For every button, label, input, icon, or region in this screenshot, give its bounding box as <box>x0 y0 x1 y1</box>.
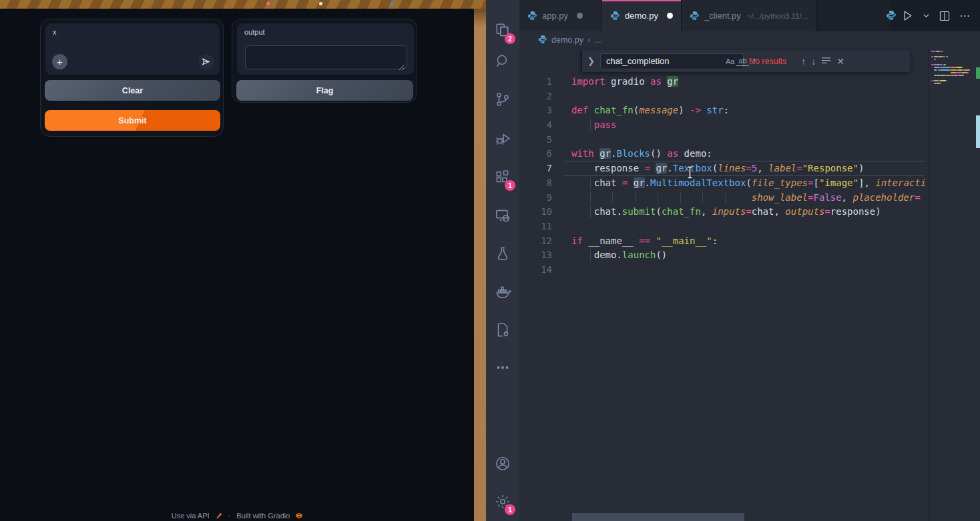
code-token: gradio <box>605 76 650 87</box>
run-dropdown-chevron-icon[interactable] <box>923 12 930 19</box>
code-token: chat, <box>752 206 786 217</box>
built-with-gradio-link[interactable]: Built with Gradio <box>236 512 290 520</box>
activity-bar: 211 <box>486 0 519 521</box>
editor-column: app.pydemo.py_client.py~/.../python3.11/… <box>519 0 980 521</box>
more-actions-button[interactable]: ⋯ <box>959 9 971 22</box>
breadcrumb-more[interactable]: ... <box>594 35 601 45</box>
code-token: False <box>813 192 841 203</box>
strip-speck <box>266 2 270 5</box>
line-number: 13 <box>519 248 552 263</box>
activity-file-settings-icon[interactable] <box>486 314 519 346</box>
toggle-replace-chevron-icon[interactable]: ❯ <box>587 56 595 66</box>
activity-settings-icon[interactable]: 1 <box>486 486 519 518</box>
line-content: response = gr.Textbox(lines=5, label="Re… <box>571 161 927 176</box>
attach-file-button[interactable]: + <box>52 54 67 69</box>
code-line[interactable]: 6with gr.Blocks() as demo: <box>519 147 927 161</box>
minimap-line <box>931 51 976 53</box>
python-icon <box>527 11 537 21</box>
send-button[interactable] <box>198 54 214 69</box>
plus-icon: + <box>57 57 63 67</box>
breadcrumb[interactable]: demo.py › ... <box>519 31 980 49</box>
match-case-toggle[interactable]: Aa <box>724 57 736 66</box>
submit-button[interactable]: Submit <box>45 110 220 131</box>
code-line[interactable]: 9 show_label=False, placeholder= <box>519 191 927 205</box>
clear-button[interactable]: Clear <box>45 80 220 101</box>
activity-search-icon[interactable] <box>486 45 519 77</box>
code-token: chat_fn <box>662 206 701 217</box>
code-line[interactable]: 12if __name__ == "__main__": <box>519 234 927 249</box>
find-next-button[interactable]: ↓ <box>811 56 816 67</box>
modified-dot-icon[interactable] <box>667 13 673 19</box>
python-icon <box>690 11 700 21</box>
code-line[interactable]: 2 <box>519 89 927 104</box>
code-token: = <box>915 192 920 203</box>
breadcrumb-file[interactable]: demo.py <box>551 35 583 45</box>
use-via-api-link[interactable]: Use via API <box>172 512 210 520</box>
code-token: gr <box>667 76 678 87</box>
activity-run-debug-icon[interactable] <box>486 122 519 154</box>
code-line[interactable]: 10 chat.submit(chat_fn, inputs=chat, out… <box>519 205 927 219</box>
code-line[interactable]: 13 demo.launch() <box>519 248 927 263</box>
code-token: ( <box>634 105 639 115</box>
whole-word-toggle[interactable]: ab <box>736 56 748 66</box>
code-token: lines <box>718 163 746 173</box>
minimap-line <box>931 75 976 77</box>
output-textarea[interactable] <box>245 45 407 69</box>
minimap-line <box>931 59 976 61</box>
find-previous-button[interactable]: ↑ <box>801 56 806 67</box>
close-find-button[interactable]: ✕ <box>836 56 844 67</box>
find-in-selection-button[interactable] <box>821 57 831 65</box>
activity-test-beaker-icon[interactable] <box>486 237 519 270</box>
code-editor[interactable]: 1import gradio as gr23def chat_fn(messag… <box>519 49 927 521</box>
code-token: message <box>639 105 678 115</box>
tab-_client.py[interactable]: _client.py~/.../python3.11/... <box>682 0 816 31</box>
split-editor-button[interactable] <box>939 11 950 21</box>
minimap-line <box>931 69 976 71</box>
code-token: outputs <box>785 206 824 217</box>
tab-demo.py[interactable]: demo.py <box>602 0 682 31</box>
run-python-file-button[interactable] <box>902 10 913 21</box>
modified-dot-icon[interactable] <box>577 13 583 19</box>
output-label: output <box>244 28 265 36</box>
line-number: 3 <box>519 103 552 118</box>
activity-docker-icon[interactable] <box>486 276 519 308</box>
code-token <box>588 105 593 115</box>
code-token: ], <box>859 177 875 188</box>
code-line-current[interactable]: 7 response = gr.Textbox(lines=5, label="… <box>519 161 927 176</box>
activity-more-icon[interactable] <box>486 352 519 384</box>
line-number: 8 <box>519 176 552 191</box>
code-line[interactable]: 4 pass <box>519 118 927 133</box>
code-line[interactable]: 1import gradio as gr <box>519 75 927 89</box>
browser-top-strip <box>0 0 486 9</box>
code-line[interactable]: 3def chat_fn(message) -> str: <box>519 103 927 118</box>
line-number: 4 <box>519 118 552 133</box>
code-token: chat <box>571 177 622 188</box>
strip-speck <box>319 2 322 5</box>
minimap[interactable] <box>928 49 976 521</box>
resize-handle-icon[interactable] <box>399 65 405 70</box>
line-content: chat = gr.MultimodalTextbox(file_types=[… <box>571 176 927 191</box>
python-file-icon <box>538 35 547 46</box>
code-token: "Response" <box>802 163 859 173</box>
horizontal-scrollbar[interactable] <box>572 513 744 521</box>
activity-source-control-icon[interactable] <box>486 83 519 115</box>
activity-account-icon[interactable] <box>486 448 519 480</box>
minimap-line <box>931 64 976 66</box>
code-line[interactable]: 11 <box>519 219 927 234</box>
activity-explorer-icon[interactable]: 2 <box>486 15 519 47</box>
activity-remote-explorer-icon[interactable] <box>486 199 519 231</box>
activity-extensions-icon[interactable]: 1 <box>486 161 519 193</box>
find-input[interactable] <box>606 56 724 66</box>
code-line[interactable]: 8 chat = gr.MultimodalTextbox(file_types… <box>519 176 927 191</box>
gradio-logo-icon <box>296 512 302 519</box>
multimodal-textbox[interactable]: x + <box>45 23 220 75</box>
tab-app.py[interactable]: app.py <box>519 0 602 31</box>
text-cursor-pointer <box>686 166 694 179</box>
flag-button[interactable]: Flag <box>236 80 413 101</box>
code-line[interactable]: 5 <box>519 133 927 147</box>
tab-label: demo.py <box>625 11 658 21</box>
code-token: == <box>639 235 650 246</box>
code-token: "__main__" <box>656 235 712 246</box>
code-token: ) <box>859 163 864 173</box>
code-line[interactable]: 14 <box>519 263 927 278</box>
